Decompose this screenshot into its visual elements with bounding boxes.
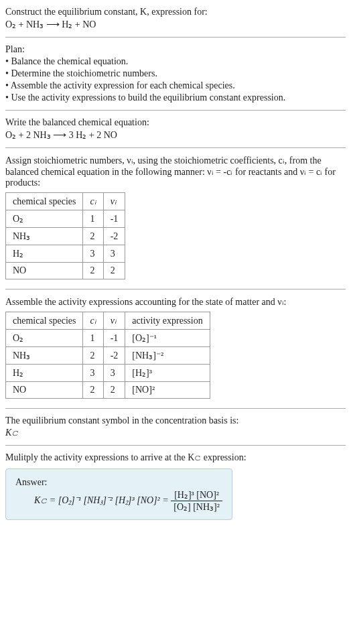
plan-item-1: • Determine the stoichiometric numbers. (5, 68, 346, 79)
cell-species: NH₃ (6, 228, 83, 245)
plan-item-0: • Balance the chemical equation. (5, 56, 346, 67)
cell-c: 2 (83, 263, 103, 279)
plan-title: Plan: (5, 44, 346, 55)
multiply-section: Mulitply the activity expressions to arr… (5, 446, 346, 525)
cell-species: O₂ (6, 330, 83, 347)
plan-item-2: • Assemble the activity expression for e… (5, 80, 346, 91)
table-row: NO 2 2 [NO]² (6, 382, 210, 399)
cell-v: -2 (103, 347, 125, 365)
table-row: H₂ 3 3 [H₂]³ (6, 365, 210, 382)
cell-species: NO (6, 382, 83, 399)
answer-numerator: [H₂]³ [NO]² (171, 489, 222, 501)
col-species: chemical species (6, 312, 83, 330)
cell-c: 2 (83, 347, 103, 365)
cell-species: H₂ (6, 245, 83, 263)
table-row: NH₃ 2 -2 [NH₃]⁻² (6, 347, 210, 365)
table-row: NH₃ 2 -2 (6, 228, 125, 245)
assign-text: Assign stoichiometric numbers, νᵢ, using… (5, 155, 346, 188)
symbol-section: The equilibrium constant symbol in the c… (5, 409, 346, 446)
cell-c: 2 (83, 382, 103, 399)
cell-v: 2 (103, 382, 125, 399)
cell-c: 1 (83, 210, 103, 228)
stoich-table: chemical species cᵢ νᵢ O₂ 1 -1 NH₃ 2 -2 … (5, 192, 125, 279)
multiply-text: Mulitply the activity expressions to arr… (5, 452, 346, 463)
answer-label: Answer: (15, 477, 222, 488)
col-ci: cᵢ (83, 312, 103, 330)
answer-lhs: K𝚌 = [O₂]⁻¹ [NH₃]⁻² [H₂]³ [NO]² = (34, 495, 169, 505)
cell-c: 2 (83, 228, 103, 245)
activity-text: Assemble the activity expressions accoun… (5, 296, 346, 308)
cell-expr: [NO]² (125, 382, 210, 399)
answer-box: Answer: K𝚌 = [O₂]⁻¹ [NH₃]⁻² [H₂]³ [NO]² … (5, 468, 232, 520)
cell-v: -2 (103, 228, 125, 245)
activity-section: Assemble the activity expressions accoun… (5, 289, 346, 409)
table-row: O₂ 1 -1 [O₂]⁻¹ (6, 330, 210, 347)
table-header-row: chemical species cᵢ νᵢ (6, 193, 125, 210)
balanced-equation: O₂ + 2 NH₃ ⟶ 3 H₂ + 2 NO (5, 129, 346, 141)
symbol-kc: K𝚌 (5, 428, 346, 438)
cell-c: 1 (83, 330, 103, 347)
symbol-line1: The equilibrium constant symbol in the c… (5, 415, 346, 426)
answer-denominator: [O₂] [NH₃]² (171, 501, 222, 513)
assign-section: Assign stoichiometric numbers, νᵢ, using… (5, 148, 346, 289)
col-vi: νᵢ (103, 193, 125, 210)
col-vi: νᵢ (103, 312, 125, 330)
cell-species: NH₃ (6, 347, 83, 365)
cell-expr: [NH₃]⁻² (125, 347, 210, 365)
answer-equation: K𝚌 = [O₂]⁻¹ [NH₃]⁻² [H₂]³ [NO]² = [H₂]³ … (15, 489, 222, 513)
answer-fraction: [H₂]³ [NO]² [O₂] [NH₃]² (171, 489, 222, 513)
table-row: NO 2 2 (6, 263, 125, 279)
table-row: H₂ 3 3 (6, 245, 125, 263)
cell-v: -1 (103, 210, 125, 228)
intro-line1: Construct the equilibrium constant, K, e… (5, 7, 346, 17)
table-row: O₂ 1 -1 (6, 210, 125, 228)
table-header-row: chemical species cᵢ νᵢ activity expressi… (6, 312, 210, 330)
cell-v: 3 (103, 365, 125, 382)
intro-section: Construct the equilibrium constant, K, e… (5, 7, 346, 38)
cell-expr: [O₂]⁻¹ (125, 330, 210, 347)
col-species: chemical species (6, 193, 83, 210)
cell-species: O₂ (6, 210, 83, 228)
activity-table: chemical species cᵢ νᵢ activity expressi… (5, 312, 210, 399)
balanced-section: Write the balanced chemical equation: O₂… (5, 111, 346, 148)
cell-c: 3 (83, 245, 103, 263)
col-ci: cᵢ (83, 193, 103, 210)
cell-species: NO (6, 263, 83, 279)
cell-species: H₂ (6, 365, 83, 382)
intro-text: Construct the equilibrium constant, K, e… (5, 7, 208, 17)
cell-v: -1 (103, 330, 125, 347)
cell-v: 2 (103, 263, 125, 279)
plan-section: Plan: • Balance the chemical equation. •… (5, 38, 346, 111)
balanced-title: Write the balanced chemical equation: (5, 117, 346, 128)
cell-c: 3 (83, 365, 103, 382)
cell-v: 3 (103, 245, 125, 263)
col-expr: activity expression (125, 312, 210, 330)
plan-item-3: • Use the activity expressions to build … (5, 92, 346, 103)
intro-equation: O₂ + NH₃ ⟶ H₂ + NO (5, 19, 346, 30)
cell-expr: [H₂]³ (125, 365, 210, 382)
